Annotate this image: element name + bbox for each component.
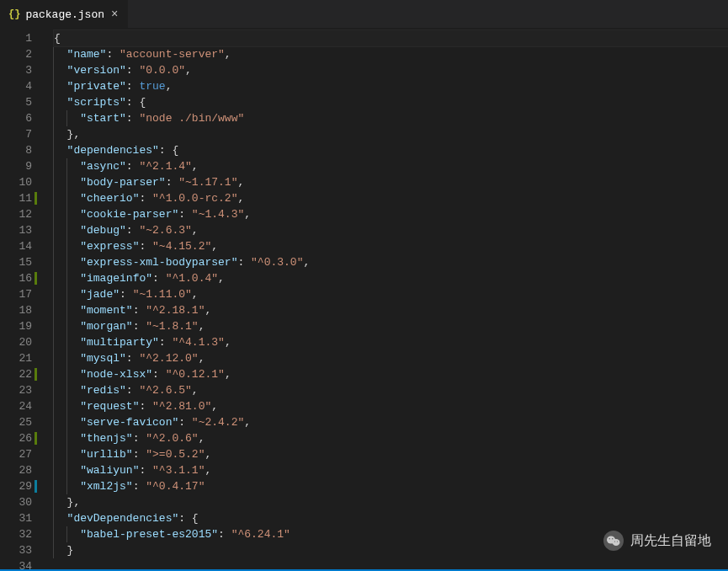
line-number: 26 — [0, 430, 32, 446]
code-line[interactable]: "request": "^2.81.0", — [54, 398, 728, 414]
code-line[interactable]: "express-xml-bodyparser": "^0.3.0", — [54, 254, 728, 270]
line-number: 17 — [0, 286, 32, 302]
code-line[interactable]: "express": "~4.15.2", — [54, 238, 728, 254]
line-number: 16 — [0, 270, 32, 286]
line-number: 7 — [0, 126, 32, 142]
line-number: 5 — [0, 94, 32, 110]
code-line[interactable]: "morgan": "~1.8.1", — [54, 318, 728, 334]
code-line[interactable]: "mysql": "^2.12.0", — [54, 350, 728, 366]
line-number: 31 — [0, 510, 32, 526]
line-number: 33 — [0, 542, 32, 558]
close-icon[interactable]: × — [109, 8, 120, 21]
code-content[interactable]: { "name": "account-server", "version": "… — [42, 29, 728, 571]
line-number: 3 — [0, 62, 32, 78]
code-line[interactable]: "version": "0.0.0", — [54, 62, 728, 78]
code-line[interactable]: "node-xlsx": "^0.12.1", — [54, 366, 728, 382]
code-line[interactable]: "async": "^2.1.4", — [54, 158, 728, 174]
tab-package-json[interactable]: {} package.json × — [0, 0, 128, 29]
code-line[interactable]: "jade": "~1.11.0", — [54, 286, 728, 302]
line-number: 19 — [0, 318, 32, 334]
line-number: 27 — [0, 446, 32, 462]
editor-area[interactable]: 1234567891011121314151617181920212223242… — [0, 29, 728, 571]
line-number: 8 — [0, 142, 32, 158]
line-number: 13 — [0, 222, 32, 238]
svg-point-2 — [609, 538, 610, 539]
code-line[interactable]: "cheerio": "^1.0.0-rc.2", — [54, 190, 728, 206]
code-line[interactable]: "waliyun": "^3.1.1", — [54, 462, 728, 478]
json-file-icon: {} — [8, 8, 20, 20]
code-line[interactable]: "start": "node ./bin/www" — [54, 110, 728, 126]
code-line[interactable]: "urllib": ">=0.5.2", — [54, 446, 728, 462]
code-line[interactable]: "cookie-parser": "~1.4.3", — [54, 206, 728, 222]
code-line[interactable]: "redis": "^2.6.5", — [54, 382, 728, 398]
svg-point-4 — [614, 541, 615, 542]
line-number: 14 — [0, 238, 32, 254]
svg-point-3 — [612, 538, 613, 539]
line-number: 30 — [0, 494, 32, 510]
code-line[interactable]: "name": "account-server", — [54, 46, 728, 62]
tab-bar: {} package.json × — [0, 0, 728, 29]
line-number: 18 — [0, 302, 32, 318]
line-number: 24 — [0, 398, 32, 414]
code-line[interactable]: { — [54, 30, 728, 46]
line-number: 4 — [0, 78, 32, 94]
code-line[interactable]: "body-parser": "~1.17.1", — [54, 174, 728, 190]
line-number-gutter: 1234567891011121314151617181920212223242… — [0, 29, 42, 571]
line-number: 22 — [0, 366, 32, 382]
line-number: 12 — [0, 206, 32, 222]
line-number: 25 — [0, 414, 32, 430]
line-number: 32 — [0, 526, 32, 542]
code-line[interactable]: "serve-favicon": "~2.4.2", — [54, 414, 728, 430]
code-line[interactable]: }, — [54, 494, 728, 510]
svg-point-1 — [613, 539, 620, 546]
watermark-text: 周先生自留地 — [630, 532, 711, 550]
line-number: 10 — [0, 174, 32, 190]
tab-label: package.json — [25, 8, 104, 21]
code-line[interactable]: "imageinfo": "^1.0.4", — [54, 270, 728, 286]
line-number: 15 — [0, 254, 32, 270]
line-number: 9 — [0, 158, 32, 174]
code-line[interactable]: "moment": "^2.18.1", — [54, 302, 728, 318]
line-number: 11 — [0, 190, 32, 206]
code-line[interactable]: "scripts": { — [54, 94, 728, 110]
line-number: 21 — [0, 350, 32, 366]
code-line[interactable]: }, — [54, 126, 728, 142]
wechat-icon — [603, 531, 624, 551]
code-line[interactable]: "multiparty": "^4.1.3", — [54, 334, 728, 350]
line-number: 28 — [0, 462, 32, 478]
line-number: 2 — [0, 46, 32, 62]
code-line[interactable]: "private": true, — [54, 78, 728, 94]
watermark: 周先生自留地 — [603, 531, 711, 551]
line-number: 20 — [0, 334, 32, 350]
code-line[interactable]: "debug": "~2.6.3", — [54, 222, 728, 238]
line-number: 6 — [0, 110, 32, 126]
code-line[interactable]: "devDependencies": { — [54, 510, 728, 526]
code-line[interactable]: "xml2js": "^0.4.17" — [54, 478, 728, 494]
code-line[interactable]: "thenjs": "^2.0.6", — [54, 430, 728, 446]
line-number: 1 — [0, 30, 32, 46]
line-number: 29 — [0, 478, 32, 494]
code-line[interactable]: "dependencies": { — [54, 142, 728, 158]
svg-point-5 — [617, 541, 618, 542]
line-number: 23 — [0, 382, 32, 398]
